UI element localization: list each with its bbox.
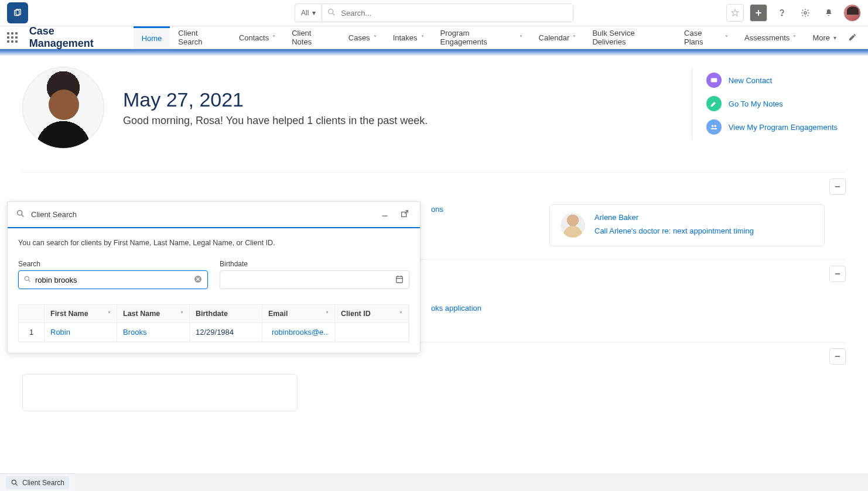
chevron-down-icon[interactable]: ˅	[180, 311, 183, 317]
column-birthdate[interactable]: Birthdate	[190, 305, 262, 322]
salesforce-logo[interactable]	[7, 2, 28, 23]
panel-title: Client Search	[31, 210, 77, 219]
global-actions-button[interactable]	[750, 4, 767, 22]
app-launcher-button[interactable]	[7, 32, 21, 43]
chevron-down-icon[interactable]: ˅	[725, 35, 728, 41]
chevron-down-icon[interactable]: ˅	[374, 35, 377, 41]
task-card-arlene[interactable]: Arlene Baker Call Arlene's doctor re: ne…	[549, 204, 825, 246]
svg-point-10	[712, 125, 714, 128]
action-view-engagements[interactable]: View My Program Engagements	[706, 119, 838, 135]
favorites-button[interactable]	[726, 4, 744, 22]
action-goto-notes[interactable]: Go To My Notes	[706, 96, 838, 111]
chevron-down-icon: ▾	[833, 35, 836, 41]
nav-tabs: Home Client Search Contacts˅ Client Note…	[134, 26, 845, 49]
first-name-link[interactable]: Robin	[50, 328, 70, 337]
client-id-cell	[335, 323, 409, 341]
card-icon	[706, 73, 722, 88]
search-hint: You can search for clients by First Name…	[18, 239, 409, 247]
birthdate-cell: 12/29/1984	[190, 323, 262, 341]
column-client-id[interactable]: Client ID˅	[335, 305, 409, 322]
results-table: First Name˅ Last Name˅ Birthdate Email˅ …	[18, 304, 409, 342]
nav-tab-program-engagements[interactable]: Program Engagements˅	[432, 26, 531, 49]
column-last-name[interactable]: Last Name˅	[117, 305, 190, 322]
notifications-button[interactable]	[820, 4, 838, 22]
nav-tab-assessments[interactable]: Assessments˅	[736, 26, 804, 49]
clear-input-button[interactable]	[193, 274, 203, 286]
table-row[interactable]: 1 Robin Brooks 12/29/1984 robinbrooks@e.…	[19, 323, 409, 342]
app-name: Case Management	[29, 25, 121, 50]
nav-tab-client-search[interactable]: Client Search	[170, 26, 231, 49]
truncated-link-fragment[interactable]: oks application	[431, 304, 481, 313]
chevron-down-icon[interactable]: ˅	[399, 311, 402, 317]
svg-point-8	[804, 12, 807, 14]
gear-icon	[801, 8, 810, 18]
collapse-button[interactable]	[829, 266, 846, 282]
nav-tab-client-notes[interactable]: Client Notes	[283, 26, 340, 49]
search-icon	[11, 479, 19, 487]
nav-tab-home[interactable]: Home	[134, 26, 170, 49]
bell-icon	[824, 8, 833, 18]
setup-button[interactable]	[797, 4, 814, 22]
hero-text: May 27, 2021 Good morning, Rosa! You hav…	[123, 88, 428, 127]
svg-line-20	[29, 280, 30, 281]
column-email[interactable]: Email˅	[262, 305, 335, 322]
nav-tab-calendar[interactable]: Calendar˅	[531, 26, 585, 49]
action-new-contact[interactable]: New Contact	[706, 73, 838, 88]
plus-icon	[754, 8, 763, 18]
task-card-stub[interactable]	[22, 374, 298, 411]
popout-icon	[400, 209, 409, 218]
chevron-down-icon[interactable]: ˅	[272, 35, 275, 41]
column-first-name[interactable]: First Name˅	[45, 305, 117, 322]
search-scope-dropdown[interactable]: All ▾	[295, 4, 322, 22]
birthdate-field-group: Birthdate	[220, 260, 409, 289]
utility-client-search[interactable]: Client Search	[6, 476, 69, 489]
minimize-button[interactable]	[378, 208, 392, 221]
contact-link[interactable]: Arlene Baker	[594, 213, 754, 222]
datepicker-button[interactable]	[395, 274, 404, 286]
panel-header: Client Search	[8, 202, 420, 228]
cloud-icon	[13, 8, 22, 18]
edit-nav-button[interactable]	[845, 32, 861, 43]
client-search-input[interactable]	[35, 276, 193, 284]
chevron-down-icon[interactable]: ˅	[326, 311, 329, 317]
chevron-down-icon[interactable]: ˅	[108, 311, 111, 317]
nav-tab-case-plans[interactable]: Case Plans˅	[676, 26, 736, 49]
birthdate-input[interactable]	[225, 276, 391, 284]
nav-tab-more[interactable]: More▾	[804, 26, 845, 49]
svg-line-27	[16, 483, 18, 485]
row-index: 1	[19, 323, 45, 341]
panel-body: You can search for clients by First Name…	[8, 228, 420, 353]
truncated-link-fragment[interactable]: ons	[431, 205, 443, 214]
chevron-down-icon[interactable]: ˅	[573, 35, 576, 41]
app-navbar: Case Management Home Client Search Conta…	[0, 26, 868, 49]
minus-icon	[833, 352, 842, 360]
page-date: May 27, 2021	[123, 88, 428, 111]
quick-actions: New Contact Go To My Notes View My Progr…	[692, 68, 838, 139]
header-action-icons	[726, 4, 861, 22]
user-avatar[interactable]	[843, 4, 861, 22]
contact-avatar	[561, 213, 585, 238]
collapse-button[interactable]	[829, 178, 846, 195]
popout-button[interactable]	[398, 208, 412, 221]
column-index	[19, 305, 45, 322]
pencil-icon	[706, 96, 722, 111]
chevron-down-icon[interactable]: ˅	[421, 35, 424, 41]
last-name-link[interactable]: Brooks	[123, 328, 146, 337]
action-label: View My Program Engagements	[729, 123, 838, 132]
pencil-icon	[848, 32, 857, 42]
action-label: Go To My Notes	[729, 99, 783, 108]
nav-tab-bulk-service-deliveries[interactable]: Bulk Service Deliveries	[584, 26, 676, 49]
results-header-row: First Name˅ Last Name˅ Birthdate Email˅ …	[19, 305, 409, 323]
collapse-button[interactable]	[829, 348, 846, 365]
nav-tab-contacts[interactable]: Contacts˅	[231, 26, 283, 49]
user-profile-photo	[22, 67, 104, 149]
task-text-link[interactable]: Call Arlene's doctor re: next appointmen…	[594, 226, 754, 235]
chevron-down-icon[interactable]: ˅	[520, 35, 522, 41]
chevron-down-icon[interactable]: ˅	[793, 35, 796, 41]
nav-tab-cases[interactable]: Cases˅	[340, 26, 385, 49]
nav-tab-intakes[interactable]: Intakes˅	[385, 26, 432, 49]
global-search-input[interactable]	[341, 4, 573, 22]
search-scope-label: All	[301, 9, 309, 17]
help-button[interactable]	[773, 4, 791, 22]
email-link[interactable]: robinbrooks@e...	[272, 328, 329, 337]
